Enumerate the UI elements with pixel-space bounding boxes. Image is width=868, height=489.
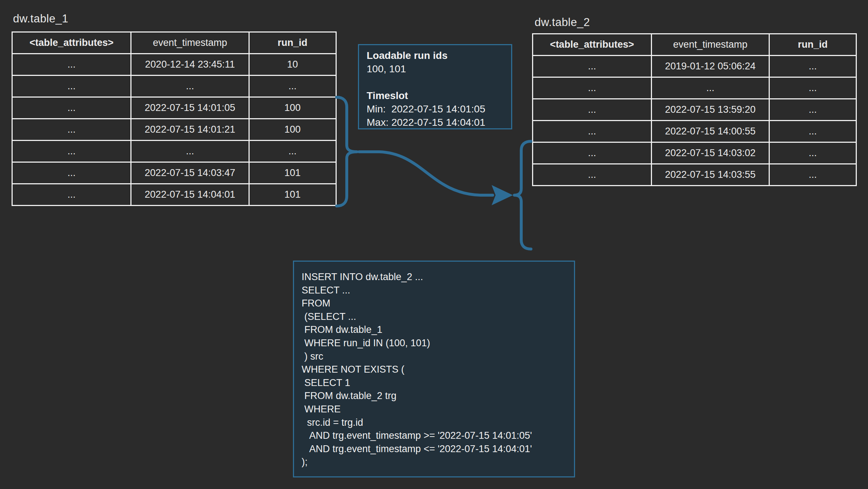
table-row: .........	[12, 76, 336, 97]
table-cell: ...	[533, 99, 652, 121]
table-cell: 101	[249, 162, 336, 184]
table-cell: 100	[249, 119, 336, 141]
column-header: <table_attributes>	[533, 34, 652, 56]
table-cell: ...	[533, 56, 652, 77]
table-cell: ...	[12, 54, 131, 76]
table1-title: dw.table_1	[13, 12, 68, 25]
table-cell: 2022-07-15 14:01:21	[131, 119, 249, 141]
table-cell: ...	[533, 77, 652, 99]
table-cell: 2019-01-12 05:06:24	[651, 56, 769, 77]
right-curly-brace	[514, 141, 531, 249]
info-runs-value: 100, 101	[367, 62, 511, 76]
table-row: ...2022-07-15 14:03:02...	[533, 142, 856, 164]
table-cell: ...	[131, 141, 249, 162]
table2: <table_attributes>event_timestamprun_id.…	[532, 33, 857, 186]
sql-box: INSERT INTO dw.table_2 ... SELECT ... FR…	[293, 261, 575, 477]
info-timeslot-max: Max: 2022-07-15 14:04:01	[367, 116, 511, 129]
table-cell: ...	[533, 121, 652, 142]
sql-code: INSERT INTO dw.table_2 ... SELECT ... FR…	[294, 262, 574, 469]
info-runs-title: Loadable run ids	[367, 49, 511, 62]
table-cell: 2022-07-15 14:03:55	[651, 164, 769, 186]
table-row: .........	[12, 141, 336, 162]
table-row: ...2022-07-15 14:01:21100	[12, 119, 336, 141]
table-row: ...2022-07-15 14:03:47101	[12, 162, 336, 184]
header-row: <table_attributes>event_timestamprun_id	[533, 34, 856, 56]
table-cell: 2022-07-15 14:00:55	[651, 121, 769, 142]
table-cell: 2022-07-15 14:01:05	[131, 97, 249, 119]
table-cell: 101	[249, 184, 336, 206]
column-header: run_id	[769, 34, 856, 56]
table-cell: ...	[12, 119, 131, 141]
table-cell: ...	[769, 121, 856, 142]
left-curly-brace	[337, 97, 357, 206]
table-cell: ...	[12, 141, 131, 162]
table-cell: ...	[769, 56, 856, 77]
column-header: event_timestamp	[131, 32, 249, 54]
table-cell: ...	[249, 141, 336, 162]
table-cell: 2022-07-15 14:04:01	[131, 184, 249, 206]
column-header: run_id	[249, 32, 336, 54]
table-cell: ...	[12, 162, 131, 184]
header-row: <table_attributes>event_timestamprun_id	[12, 32, 336, 54]
info-box: Loadable run ids 100, 101 Timeslot Min: …	[358, 44, 512, 129]
table-cell: ...	[12, 184, 131, 206]
table-cell: 100	[249, 97, 336, 119]
table-cell: 2022-07-15 14:03:47	[131, 162, 249, 184]
table-cell: 2022-07-15 14:03:02	[651, 142, 769, 164]
info-timeslot-min: Min: 2022-07-15 14:01:05	[367, 102, 511, 116]
table-cell: 2020-12-14 23:45:11	[131, 54, 249, 76]
table-row: ...2022-07-15 13:59:20...	[533, 99, 856, 121]
table-row: ...2022-07-15 14:04:01101	[12, 184, 336, 206]
table-cell: 10	[249, 54, 336, 76]
flow-curve	[359, 152, 493, 195]
table-row: ...2020-12-14 23:45:1110	[12, 54, 336, 76]
table-row: ...2019-01-12 05:06:24...	[533, 56, 856, 77]
table-cell: 2022-07-15 13:59:20	[651, 99, 769, 121]
diagram-canvas: dw.table_1 <table_attributes>event_times…	[0, 0, 868, 489]
table-row: ...2022-07-15 14:01:05100	[12, 97, 336, 119]
table-cell: ...	[769, 99, 856, 121]
table-cell: ...	[769, 77, 856, 99]
table-cell: ...	[131, 76, 249, 97]
column-header: <table_attributes>	[12, 32, 131, 54]
column-header: event_timestamp	[651, 34, 769, 56]
table2-title: dw.table_2	[535, 16, 590, 29]
arrowhead-icon	[492, 185, 513, 205]
info-timeslot-title: Timeslot	[367, 89, 511, 102]
table-cell: ...	[249, 76, 336, 97]
table-cell: ...	[12, 76, 131, 97]
table-cell: ...	[651, 77, 769, 99]
table-row: ...2022-07-15 14:03:55...	[533, 164, 856, 186]
table-cell: ...	[533, 142, 652, 164]
table-cell: ...	[533, 164, 652, 186]
table-row: ...2022-07-15 14:00:55...	[533, 121, 856, 142]
info-spacer	[367, 76, 511, 89]
table-row: .........	[533, 77, 856, 99]
table-cell: ...	[769, 142, 856, 164]
table-cell: ...	[12, 97, 131, 119]
table1: <table_attributes>event_timestamprun_id.…	[12, 31, 337, 206]
table-cell: ...	[769, 164, 856, 186]
